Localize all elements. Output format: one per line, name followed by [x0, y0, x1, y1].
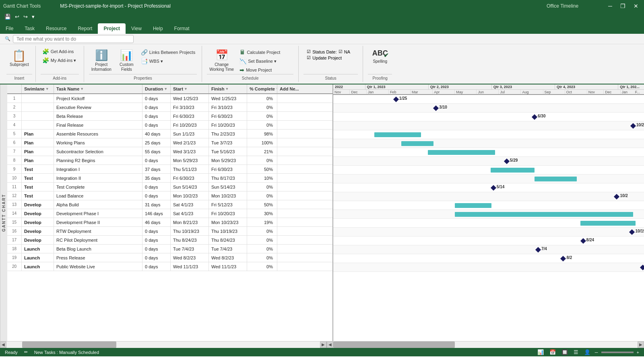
scroll-thumb-left[interactable] [22, 341, 116, 348]
links-between-projects-button[interactable]: 🔗 Links Between Projects [139, 48, 197, 56]
row-swimlane-1[interactable] [22, 94, 54, 103]
qa-dropdown-btn[interactable]: ▾ [31, 14, 36, 20]
row-pct-11[interactable]: 0% [247, 183, 277, 191]
row-duration-11[interactable]: 0 days [142, 183, 171, 191]
row-pct-8[interactable]: 0% [247, 156, 277, 165]
row-swimlane-11[interactable]: Test [22, 183, 54, 191]
gantt-diamond-row-17[interactable] [580, 238, 586, 244]
row-taskname-16[interactable]: RTW Deployment [54, 227, 142, 235]
row-swimlane-13[interactable]: Develop [22, 200, 54, 209]
row-pct-2[interactable]: 0% [247, 103, 277, 111]
row-duration-1[interactable]: 0 days [142, 94, 171, 103]
row-duration-13[interactable]: 31 days [142, 200, 171, 209]
col-header-duration[interactable]: Duration ▼ [142, 84, 171, 93]
scroll-track-right[interactable] [333, 341, 638, 348]
my-addins-button[interactable]: 🧩 My Add-ins ▾ [41, 56, 78, 64]
row-pct-4[interactable]: 0% [247, 121, 277, 129]
scroll-track-left[interactable] [6, 341, 320, 348]
close-button[interactable]: ✕ [631, 3, 641, 9]
zoom-out-btn[interactable]: ─ [595, 350, 598, 355]
row-taskname-13[interactable]: Alpha Build [54, 200, 142, 209]
row-duration-9[interactable]: 37 days [142, 165, 171, 173]
row-finish-5[interactable]: Thu 2/23/23 [209, 130, 247, 138]
row-pct-10[interactable]: 10% [247, 174, 277, 182]
row-swimlane-12[interactable]: Test [22, 191, 54, 200]
zoom-in-btn[interactable]: + [637, 350, 639, 355]
row-start-20[interactable]: Wed 11/1/23 [171, 262, 209, 271]
row-finish-19[interactable]: Wed 8/2/23 [209, 253, 247, 262]
row-start-11[interactable]: Sun 5/14/23 [171, 183, 209, 191]
row-finish-14[interactable]: Fri 10/20/23 [209, 209, 247, 218]
row-start-3[interactable]: Fri 6/30/23 [171, 112, 209, 120]
row-finish-2[interactable]: Fri 3/10/23 [209, 103, 247, 111]
row-taskname-12[interactable]: Load Balance [54, 191, 142, 200]
horizontal-scrollbar[interactable]: ◀ ▶ ◀ ▶ [0, 341, 644, 348]
row-duration-16[interactable]: 0 days [142, 227, 171, 235]
row-taskname-8[interactable]: Planning R2 Begins [54, 156, 142, 165]
scroll-right-arrow[interactable]: ▶ [320, 341, 326, 348]
row-finish-16[interactable]: Thu 10/19/23 [209, 227, 247, 235]
row-duration-18[interactable]: 0 days [142, 245, 171, 253]
row-pct-6[interactable]: 100% [247, 138, 277, 147]
row-start-9[interactable]: Thu 5/11/23 [171, 165, 209, 173]
row-swimlane-14[interactable]: Develop [22, 209, 54, 218]
change-working-time-button[interactable]: 📅 ChangeWorking Time [207, 47, 236, 74]
row-finish-6[interactable]: Tue 3/7/23 [209, 138, 247, 147]
row-swimlane-15[interactable]: Develop [22, 218, 54, 226]
row-swimlane-5[interactable]: Plan [22, 130, 54, 138]
row-swimlane-10[interactable]: Test [22, 174, 54, 182]
row-start-5[interactable]: Sun 1/1/23 [171, 130, 209, 138]
update-project-checkbox[interactable]: ☑ [307, 55, 311, 60]
row-taskname-7[interactable]: Subcontractor Selection [54, 147, 142, 156]
row-start-2[interactable]: Fri 3/10/23 [171, 103, 209, 111]
gantt-bar-row-9[interactable] [491, 168, 535, 173]
row-taskname-15[interactable]: Development Phase II [54, 218, 142, 226]
row-pct-16[interactable]: 0% [247, 227, 277, 235]
row-start-15[interactable]: Mon 8/21/23 [171, 218, 209, 226]
row-duration-20[interactable]: 0 days [142, 262, 171, 271]
row-finish-17[interactable]: Thu 8/24/23 [209, 236, 247, 244]
view-resource-btn[interactable]: 👤 [583, 349, 592, 355]
row-pct-15[interactable]: 19% [247, 218, 277, 226]
gantt-diamond-row-19[interactable] [560, 256, 566, 261]
view-network-btn[interactable]: 🔲 [560, 349, 569, 355]
gantt-diamond-row-11[interactable] [491, 185, 496, 191]
view-table-btn[interactable]: ☰ [572, 349, 580, 355]
tab-format[interactable]: Format [169, 23, 195, 34]
tab-task[interactable]: Task [19, 23, 40, 34]
row-start-18[interactable]: Tue 7/4/23 [171, 245, 209, 253]
row-taskname-5[interactable]: Assemble Resources [54, 130, 142, 138]
row-duration-4[interactable]: 0 days [142, 121, 171, 129]
gantt-bar-row-7[interactable] [428, 150, 495, 155]
row-taskname-2[interactable]: Executive Review [54, 103, 142, 111]
save-quick-btn[interactable]: 💾 [3, 14, 12, 20]
gantt-diamond-row-1[interactable] [393, 97, 399, 102]
row-finish-13[interactable]: Fri 5/12/23 [209, 200, 247, 209]
row-pct-7[interactable]: 21% [247, 147, 277, 156]
row-duration-7[interactable]: 55 days [142, 147, 171, 156]
row-finish-10[interactable]: Thu 8/17/23 [209, 174, 247, 182]
row-start-16[interactable]: Thu 10/19/23 [171, 227, 209, 235]
gantt-bar-row-13[interactable] [455, 203, 491, 208]
row-pct-20[interactable]: 0% [247, 262, 277, 271]
row-finish-3[interactable]: Fri 6/30/23 [209, 112, 247, 120]
undo-quick-btn[interactable]: ↩ [14, 14, 21, 20]
row-pct-19[interactable]: 0% [247, 253, 277, 262]
row-taskname-3[interactable]: Beta Release [54, 112, 142, 120]
gantt-diamond-row-3[interactable] [532, 114, 537, 120]
row-start-12[interactable]: Mon 10/2/23 [171, 191, 209, 200]
spelling-button[interactable]: ABC ✔ Spelling [368, 47, 392, 65]
scroll-chart-right-arrow[interactable]: ▶ [638, 341, 644, 348]
row-swimlane-3[interactable] [22, 112, 54, 120]
col-header-addnew[interactable]: Add Ne... [277, 84, 301, 93]
scroll-chart-left-arrow[interactable]: ◀ [327, 341, 333, 348]
row-finish-4[interactable]: Fri 10/20/23 [209, 121, 247, 129]
project-information-button[interactable]: ℹ️ ProjectInformation [89, 47, 114, 74]
tab-project[interactable]: Project [98, 23, 126, 34]
gantt-bar-row-14[interactable] [455, 212, 633, 217]
row-taskname-10[interactable]: Integration II [54, 174, 142, 182]
row-finish-15[interactable]: Mon 10/23/23 [209, 218, 247, 226]
row-taskname-20[interactable]: Public Website Live [54, 262, 142, 271]
col-header-task[interactable]: Task Name ▼ [54, 84, 142, 93]
row-pct-1[interactable]: 0% [247, 94, 277, 103]
